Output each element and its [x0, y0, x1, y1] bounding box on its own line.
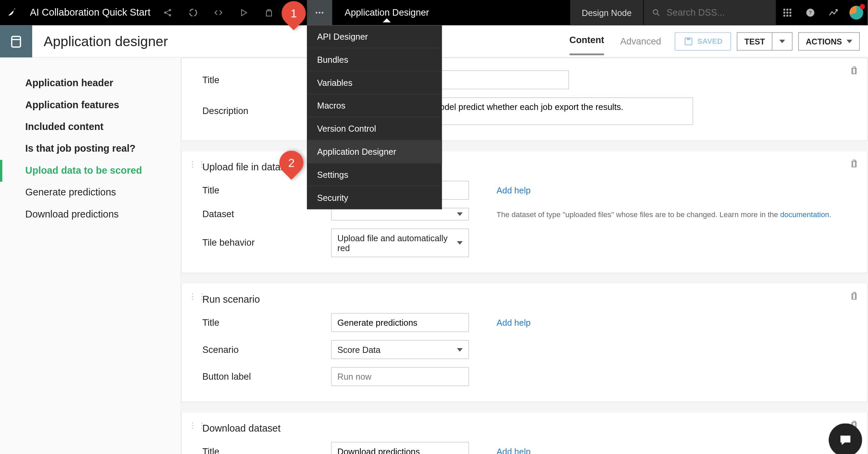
dropdown-item-application-designer[interactable]: Application Designer: [307, 140, 442, 164]
svg-point-7: [653, 10, 658, 14]
bundle-icon[interactable]: [256, 0, 282, 25]
breadcrumb-caret-icon: [383, 18, 391, 22]
field-label-button-label: Button label: [202, 371, 317, 382]
svg-point-3: [190, 9, 196, 16]
top-bar: AI Collaboration Quick Start 1 API Desig…: [0, 0, 868, 25]
apps-grid-icon[interactable]: [776, 0, 799, 25]
dataset-select[interactable]: [331, 208, 469, 220]
title-input[interactable]: [331, 313, 469, 332]
performance-badge-icon[interactable]: [845, 0, 868, 25]
chat-bubble-button[interactable]: [829, 423, 862, 454]
search-box[interactable]: [644, 0, 776, 25]
section-card-header: Title l? Description s. Then click to ha…: [181, 58, 868, 141]
svg-rect-19: [12, 36, 21, 47]
sidebar-item-generate-predictions[interactable]: Generate predictions: [0, 182, 180, 204]
drag-handle-icon[interactable]: ⋮⋮: [189, 291, 207, 301]
search-input[interactable]: [667, 7, 768, 18]
svg-point-4: [316, 12, 317, 14]
field-label-title: Title: [202, 446, 317, 454]
add-help-link[interactable]: Add help: [496, 185, 530, 195]
delete-section-button[interactable]: [849, 65, 860, 77]
sidebar-item-upload-data[interactable]: Upload data to be scored: [0, 160, 180, 182]
dropdown-item-macros[interactable]: Macros: [307, 94, 442, 117]
scenario-select[interactable]: Score Data: [331, 340, 469, 359]
page-header-actions: SAVED TEST ACTIONS: [675, 32, 868, 50]
sidebar-item-app-features[interactable]: Application features: [0, 94, 180, 116]
svg-point-13: [790, 12, 791, 14]
circle-progress-icon[interactable]: [180, 0, 206, 25]
actions-button[interactable]: ACTIONS: [798, 32, 860, 50]
drag-handle-icon[interactable]: ⋮⋮: [189, 159, 207, 169]
documentation-link[interactable]: documentation: [780, 210, 829, 218]
field-label-title: Title: [202, 75, 317, 85]
dropdown-item-variables[interactable]: Variables: [307, 71, 442, 94]
tile-behavior-select[interactable]: Upload file and automatically red: [331, 228, 469, 257]
svg-point-2: [169, 14, 171, 16]
test-dropdown-button[interactable]: [772, 32, 792, 50]
play-icon[interactable]: [231, 0, 256, 25]
section-header: Run scenario: [202, 289, 856, 309]
logo-bird-icon[interactable]: [0, 7, 25, 18]
section-header: Download dataset: [202, 418, 856, 438]
dropdown-item-bundles[interactable]: Bundles: [307, 48, 442, 71]
svg-text:?: ?: [809, 10, 812, 15]
field-label-tile-behavior: Tile behavior: [202, 238, 317, 248]
chevron-down-icon: [779, 39, 785, 43]
sidebar-item-app-header[interactable]: Application header: [0, 73, 180, 94]
content-panel: Title l? Description s. Then click to ha…: [181, 58, 868, 454]
svg-point-12: [787, 12, 788, 14]
svg-point-16: [790, 15, 791, 17]
section-card-download: ⋮⋮ Download dataset Title Add help Datas…: [181, 412, 868, 454]
sidebar-item-download-predictions[interactable]: Download predictions: [0, 204, 180, 225]
breadcrumb-current[interactable]: Application Designer: [332, 7, 441, 18]
drag-handle-icon[interactable]: ⋮⋮: [189, 420, 207, 430]
more-menu-button[interactable]: [307, 0, 332, 25]
chevron-down-icon: [457, 212, 463, 215]
breadcrumb-label: Application Designer: [345, 7, 429, 17]
help-icon[interactable]: ?: [799, 0, 822, 25]
svg-point-8: [784, 9, 785, 11]
dataset-help-text: The dataset of type "uploaded files" who…: [496, 210, 831, 218]
delete-section-button[interactable]: [849, 290, 860, 303]
page-tabs: Content Advanced: [556, 25, 675, 57]
title-input[interactable]: [331, 442, 469, 454]
field-label-title: Title: [202, 185, 317, 195]
tab-advanced[interactable]: Advanced: [620, 28, 661, 54]
section-card-run-scenario: ⋮⋮ Run scenario Title Add help Scenario …: [181, 284, 868, 402]
dropdown-item-settings[interactable]: Settings: [307, 163, 442, 186]
activity-icon[interactable]: [822, 0, 845, 25]
svg-rect-21: [687, 38, 690, 40]
field-label-title: Title: [202, 317, 317, 328]
dropdown-item-security[interactable]: Security: [307, 186, 442, 209]
chevron-down-icon: [457, 348, 463, 351]
saved-label: SAVED: [697, 37, 723, 45]
save-icon: [684, 36, 694, 46]
dropdown-item-version-control[interactable]: Version Control: [307, 117, 442, 140]
project-name[interactable]: AI Collaboration Quick Start: [25, 7, 155, 18]
code-icon[interactable]: [205, 0, 231, 25]
dropdown-item-api-designer[interactable]: API Designer: [307, 25, 442, 49]
test-button[interactable]: TEST: [737, 32, 772, 50]
more-dropdown: API Designer Bundles Variables Macros Ve…: [307, 25, 442, 209]
svg-point-14: [784, 15, 785, 17]
search-icon: [652, 7, 661, 18]
sidebar-item-included-content[interactable]: Included content: [0, 116, 180, 138]
saved-indicator: SAVED: [675, 32, 731, 50]
delete-section-button[interactable]: [849, 158, 860, 170]
actions-label: ACTIONS: [806, 37, 842, 46]
svg-point-10: [790, 9, 791, 11]
share-icon[interactable]: [155, 0, 180, 25]
add-help-link[interactable]: Add help: [496, 446, 530, 454]
tab-content[interactable]: Content: [569, 27, 604, 55]
sidebar-item-job-posting[interactable]: Is that job posting real?: [0, 138, 180, 160]
design-node-badge[interactable]: Design Node: [570, 0, 643, 25]
svg-point-0: [164, 12, 166, 14]
more-menu-wrapper: 1 API Designer Bundles Variables Macros …: [307, 0, 332, 25]
chevron-down-icon: [847, 39, 852, 43]
add-help-link[interactable]: Add help: [496, 318, 530, 327]
chevron-down-icon: [457, 241, 463, 244]
svg-point-11: [784, 12, 785, 14]
button-label-input[interactable]: [331, 367, 469, 386]
test-button-group: TEST: [737, 32, 792, 50]
page-app-icon: [0, 25, 32, 57]
